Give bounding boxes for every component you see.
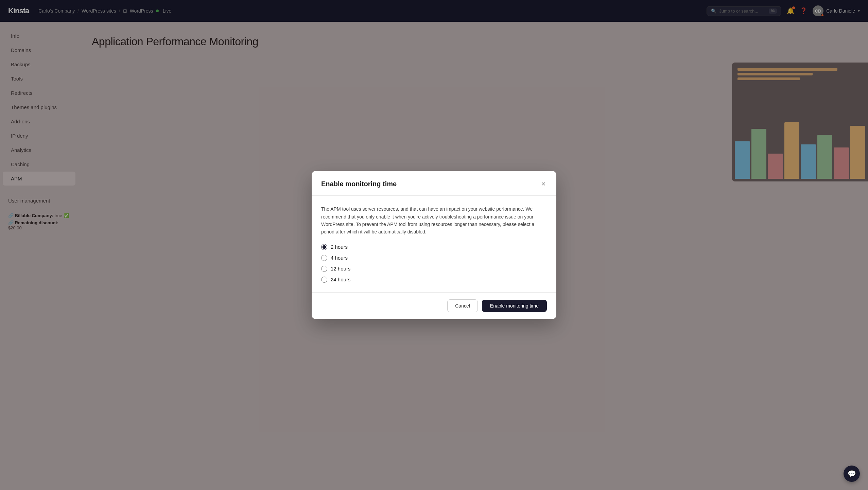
option-12h[interactable]: 12 hours xyxy=(321,266,547,272)
modal-header: Enable monitoring time × xyxy=(312,171,556,196)
modal: Enable monitoring time × The APM tool us… xyxy=(312,171,556,319)
modal-body: The APM tool uses server resources, and … xyxy=(312,196,556,292)
option-12h-label: 12 hours xyxy=(331,266,350,272)
chat-icon: 💬 xyxy=(848,470,856,478)
modal-overlay[interactable]: Enable monitoring time × The APM tool us… xyxy=(0,0,868,490)
option-2h[interactable]: 2 hours xyxy=(321,244,547,250)
modal-description: The APM tool uses server resources, and … xyxy=(321,205,547,236)
option-24h-label: 24 hours xyxy=(331,277,350,282)
modal-footer: Cancel Enable monitoring time xyxy=(312,292,556,319)
option-4h-label: 4 hours xyxy=(331,255,348,261)
modal-close-button[interactable]: × xyxy=(540,179,547,189)
radio-12h[interactable] xyxy=(321,266,327,272)
radio-24h[interactable] xyxy=(321,277,327,283)
radio-4h[interactable] xyxy=(321,255,327,261)
cancel-button[interactable]: Cancel xyxy=(447,299,478,312)
option-24h[interactable]: 24 hours xyxy=(321,277,547,283)
option-4h[interactable]: 4 hours xyxy=(321,255,547,261)
enable-monitoring-button[interactable]: Enable monitoring time xyxy=(482,300,547,312)
option-2h-label: 2 hours xyxy=(331,244,348,250)
modal-title: Enable monitoring time xyxy=(321,180,397,188)
monitoring-time-options: 2 hours 4 hours 12 hours 24 hours xyxy=(321,244,547,283)
chat-bubble-button[interactable]: 💬 xyxy=(844,466,860,482)
radio-2h[interactable] xyxy=(321,244,327,250)
